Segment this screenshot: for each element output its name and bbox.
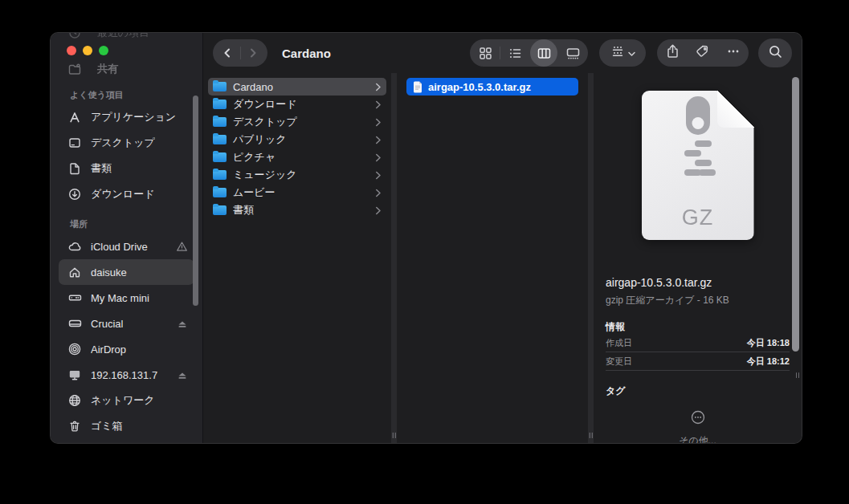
nav-buttons [213,39,267,67]
sidebar-item-daisuke[interactable]: daisuke [59,259,194,285]
preview-pane: GZ airgap-10.5.3.0.tar.gz gzip 圧縮アーカイブ -… [594,73,802,443]
folder-row-desktop[interactable]: デスクトップ [208,113,386,131]
folder-icon [213,170,227,180]
column-divider[interactable] [391,73,397,443]
more-label: その他... [679,434,716,444]
document-icon [413,81,422,93]
sidebar-item-trash[interactable]: ゴミ箱 [59,413,194,439]
sidebar-item-label: 最近の項目 [97,33,149,40]
folder-row-pictures[interactable]: ピクチャ [208,148,386,166]
folder-column: Cardano ダウンロード デスクトップ [203,73,391,443]
info-label: 変更日 [606,356,632,368]
sidebar-item-network[interactable]: ネットワーク [59,388,194,413]
sidebar-item-network-server[interactable]: 192.168.131.7 [59,362,194,388]
sidebar-item-label: デスクトップ [91,136,155,150]
column-view-button[interactable] [530,39,557,67]
chevron-right-icon [375,153,382,162]
icon-view-button[interactable] [471,39,500,67]
sidebar-item-label: ダウンロード [91,187,155,201]
sidebar-item-label: Crucial [91,318,123,330]
folder-row-downloads[interactable]: ダウンロード [208,96,386,113]
gz-file-icon: GZ [642,91,754,240]
finder-window: 最近の項目 共有 よく使う項目 アプリケーション [50,32,802,444]
chevron-right-icon [375,83,382,91]
share-button[interactable] [665,43,680,63]
sidebar-item-label: My Mac mini [91,292,149,304]
folder-name: パブリック [233,132,287,147]
pane-resize-handle[interactable] [796,372,800,378]
column-resize-handle[interactable] [392,433,396,438]
sidebar-item-documents[interactable]: 書類 [59,156,194,181]
folder-row-movies[interactable]: ムービー [208,184,386,201]
sidebar-item-airdrop[interactable]: AirDrop [59,336,194,362]
folder-name: ダウンロード [233,97,297,112]
downloads-icon [68,187,86,201]
sidebar-list: よく使う項目 アプリケーション デスクトップ [51,89,202,439]
nav-divider [240,47,241,59]
chevron-right-icon [375,206,382,215]
sidebar-item-desktop[interactable]: デスクトップ [59,130,194,156]
airdrop-icon [68,342,86,356]
cloud-icon [68,239,86,254]
sidebar-item-label: iCloud Drive [91,241,148,253]
chevron-right-icon [375,171,382,180]
folder-icon [213,188,227,197]
eject-icon[interactable] [177,319,188,329]
forward-button[interactable] [240,39,266,67]
gallery-view-button[interactable] [558,39,587,67]
file-type-label: GZ [642,205,754,230]
toolbar: Cardano [203,33,802,73]
sidebar-item-crucial[interactable]: Crucial [59,311,194,336]
chevron-down-icon [628,46,635,60]
file-row-airgap-archive[interactable]: airgap-10.5.3.0.tar.gz [406,78,578,96]
sidebar-item-downloads[interactable]: ダウンロード [59,181,194,207]
folder-name: Cardano [233,81,273,93]
sidebar-section-favorites: よく使う項目 [51,89,202,104]
sidebar-item-recents[interactable]: 最近の項目 [68,33,149,40]
search-button[interactable] [758,39,792,67]
sidebar-item-applications[interactable]: アプリケーション [59,104,194,130]
more-info-control[interactable]: その他... [606,409,790,444]
folder-name: ムービー [233,185,276,200]
minimize-button[interactable] [83,46,92,55]
column-resize-handle[interactable] [589,433,593,438]
sidebar-scrollbar[interactable] [193,96,198,306]
info-section-header: 情報 [606,320,790,334]
column-divider[interactable] [588,73,594,443]
eject-icon[interactable] [177,370,188,380]
tags-section-header: タグ [606,384,790,398]
chevron-right-icon [375,118,382,127]
group-button[interactable] [599,39,646,67]
sidebar-item-label: 書類 [91,161,112,176]
folder-icon [213,205,227,215]
folder-row-cardano[interactable]: Cardano [208,78,386,96]
folder-row-music[interactable]: ミュージック [208,166,386,184]
zoom-button[interactable] [99,46,108,55]
sidebar-item-label: daisuke [91,266,127,278]
list-view-button[interactable] [500,39,529,67]
sidebar-item-my-mac-mini[interactable]: My Mac mini [59,285,194,311]
sidebar-item-label: 192.168.131.7 [91,369,157,381]
clock-icon [68,33,86,40]
preview-scrollbar[interactable] [792,77,799,352]
close-button[interactable] [67,46,76,55]
window-title: Cardano [282,47,331,60]
applications-icon [68,110,86,124]
folder-row-documents[interactable]: 書類 [208,201,386,219]
circle-ellipsis-icon [690,409,706,429]
display-icon [68,368,86,382]
sidebar-item-icloud-drive[interactable]: iCloud Drive [59,234,194,259]
back-button[interactable] [214,39,240,67]
more-button[interactable] [726,44,741,62]
preview-file-kind: gzip 圧縮アーカイブ - 16 KB [606,294,790,307]
content-area: Cardano [203,33,802,443]
globe-icon [68,393,86,408]
sidebar-item-label: AirDrop [91,343,126,356]
folder-icon [213,100,227,109]
sidebar-item-label: ゴミ箱 [91,419,123,433]
folder-row-public[interactable]: パブリック [208,131,386,148]
info-value: 今日 18:12 [747,356,790,368]
tag-button[interactable] [696,44,711,63]
mac-mini-icon [68,291,86,305]
sidebar-item-shared[interactable]: 共有 [68,62,118,76]
